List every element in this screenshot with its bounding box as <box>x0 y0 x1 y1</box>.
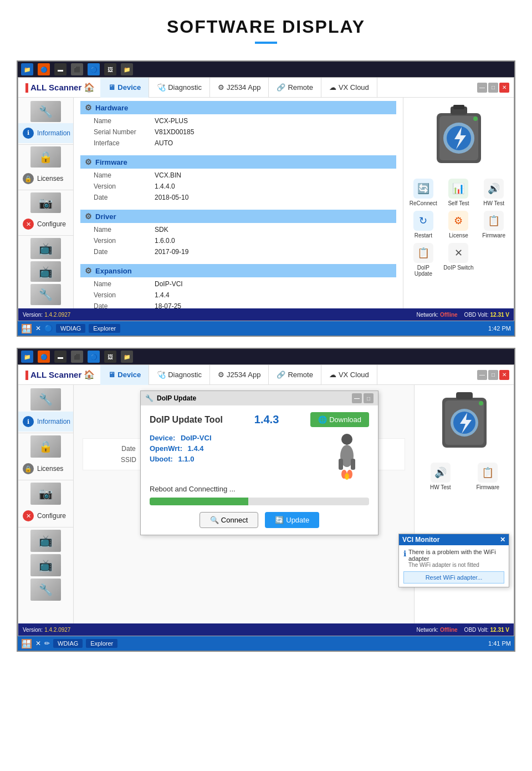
action-hwtest[interactable]: 🔊 HW Test <box>478 179 509 206</box>
taskbar-time-2: 1:41 PM <box>488 640 511 647</box>
vci-close-icon[interactable]: ✕ <box>500 536 505 544</box>
drv-name-row: Name SDK <box>80 224 396 235</box>
firmware-action-icon: 📋 <box>484 211 504 231</box>
action-license[interactable]: ⚙ License <box>443 211 474 239</box>
popup-titlebar: 🔧 DoIP Update — □ <box>141 391 378 405</box>
sidebar-1: 🔧 ℹ Information 🔒 🔒 Licenses 📷 ✕ Configu… <box>18 98 74 308</box>
vci-reset-button[interactable]: Reset WiFi adapter... <box>403 571 504 584</box>
nav-tab-remote-2[interactable]: 🔗 Remote <box>269 365 321 385</box>
sidebar-item-configure[interactable]: ✕ Configure <box>18 214 73 234</box>
nav-tab-j2534-2[interactable]: ⚙ J2534 App <box>210 365 269 385</box>
taskbar-icon-2[interactable]: 🔵 <box>38 63 50 75</box>
expansion-header: ⚙ Expansion <box>80 264 396 277</box>
sidebar-divider-1 <box>18 144 73 145</box>
screenshot-1: 📁 🔵 ▬ ⬛ 🔵 🖼 📁 ▐ ALLScanner 🏠 🖥 Device 🩺 <box>17 60 515 337</box>
lock-icon: 🔒 <box>23 173 34 184</box>
sidebar-divider-3 <box>18 235 73 236</box>
remote-icon-2: 🔗 <box>277 371 285 379</box>
popup-min-btn[interactable]: — <box>352 393 362 403</box>
nav-tab-diagnostic[interactable]: 🩺 Diagnostic <box>149 78 210 98</box>
nav-tab-vxcloud[interactable]: ☁ VX Cloud <box>321 78 377 98</box>
right-panel-2: 🔊 HW Test 📋 Firmware <box>414 385 514 623</box>
taskbar-icon-s2-7[interactable]: 📁 <box>121 351 133 363</box>
nav-tab-j2534[interactable]: ⚙ J2534 App <box>210 78 269 98</box>
update-icon: 🔄 <box>275 516 284 524</box>
sidebar-item-configure-2[interactable]: ✕ Configure <box>18 506 73 526</box>
taskbar-app-explorer-2[interactable]: Explorer <box>86 639 117 648</box>
win-maximize-btn-2[interactable]: □ <box>488 370 498 380</box>
popup-buttons: 🔍 Connect 🔄 Update <box>150 512 369 528</box>
action-selftest[interactable]: 📊 Self Test <box>443 179 474 206</box>
sidebar-thumb-s2-5: 📺 <box>30 554 61 576</box>
popup-max-btn[interactable]: □ <box>364 393 374 403</box>
diagnostic-icon-2: 🩺 <box>157 371 166 379</box>
update-button[interactable]: 🔄 Update <box>265 512 319 528</box>
nav-tab-diagnostic-2[interactable]: 🩺 Diagnostic <box>149 365 210 385</box>
info-icon: ℹ <box>23 128 34 139</box>
taskbar-icon-s2-2[interactable]: 🔵 <box>38 351 50 363</box>
taskbar-icon-3[interactable]: ▬ <box>54 63 66 75</box>
win-controls-1: — □ ✕ <box>477 83 509 93</box>
win-close-btn[interactable]: ✕ <box>499 83 509 93</box>
taskbar-icon-s2-1[interactable]: 📁 <box>21 351 33 363</box>
svg-rect-18 <box>351 459 355 470</box>
sidebar-divider-s2-1 <box>18 433 73 433</box>
sidebar-item-licenses[interactable]: 🔒 Licenses <box>18 169 73 189</box>
action-hwtest-2[interactable]: 🔊 HW Test <box>419 463 462 490</box>
download-button[interactable]: 🌐 Download <box>310 412 369 427</box>
action-doip-update[interactable]: 📋 DoIP Update <box>408 243 439 277</box>
win-close-btn-2[interactable]: ✕ <box>499 370 509 380</box>
nav-tab-remote[interactable]: 🔗 Remote <box>269 78 321 98</box>
sidebar-item-info-2[interactable]: ℹ Information <box>18 412 73 432</box>
taskbar-icon-6[interactable]: 🖼 <box>104 63 116 75</box>
nav-tab-vxcloud-2[interactable]: ☁ VX Cloud <box>321 365 377 385</box>
popup-content: DoIP Update Tool 1.4.3 🌐 Download Device… <box>141 405 378 535</box>
taskbar-icon-4[interactable]: ⬛ <box>71 63 83 75</box>
page-title-section: SOFTWARE DISPLAY <box>0 0 532 49</box>
driver-section: ⚙ Driver Name SDK Version 1.6.0.0 Date 2… <box>74 206 403 261</box>
main-area-1: 🔧 ℹ Information 🔒 🔒 Licenses 📷 ✕ Configu… <box>18 98 514 308</box>
action-restart[interactable]: ↻ Restart <box>408 211 439 239</box>
action-doip-switch[interactable]: ✕ DoIP Switch <box>443 243 474 277</box>
app-logo: ▐ ALLScanner 🏠 <box>23 82 95 93</box>
network-status-2: Network: Offline <box>416 627 457 633</box>
taskbar-icon-s2-3[interactable]: ▬ <box>54 351 66 363</box>
taskbar-app-wdiag-2[interactable]: WDIAG <box>53 639 83 648</box>
firmware-gear-icon: ⚙ <box>85 158 92 166</box>
taskbar-icon-1[interactable]: 📁 <box>21 63 33 75</box>
hw-serial-row: Serial Number V81XD00185 <box>80 126 396 138</box>
taskbar-icon-s2-5[interactable]: 🔵 <box>88 351 100 363</box>
taskbar-app-wdiag[interactable]: WDIAG <box>56 324 85 333</box>
win-minimize-btn[interactable]: — <box>477 83 487 93</box>
action-firmware[interactable]: 📋 Firmware <box>478 211 509 239</box>
remote-icon: 🔗 <box>277 83 285 92</box>
app-logo-2: ▐ ALLScanner 🏠 <box>23 369 95 380</box>
main-area-2: 🔧 ℹ Information 🔒 🔒 Licenses 📷 ✕ Configu… <box>18 385 514 623</box>
taskbar-icon-s2-6[interactable]: 🖼 <box>104 351 116 363</box>
lock-icon-2: 🔒 <box>23 463 34 474</box>
svg-point-15 <box>341 434 352 445</box>
taskbar-top-1: 📁 🔵 ▬ ⬛ 🔵 🖼 📁 <box>18 62 514 77</box>
device-info-panel: Device: DoIP-VCI OpenWrt: 1.4.4 Uboot: 1… <box>150 434 314 465</box>
action-firmware-2[interactable]: 📋 Firmware <box>467 463 510 490</box>
win-minimize-btn-2[interactable]: — <box>477 370 487 380</box>
nav-tab-device[interactable]: 🖥 Device <box>100 78 149 98</box>
sidebar-thumb-2: 🔒 <box>30 146 61 168</box>
sidebar-item-licenses-2[interactable]: 🔒 Licenses <box>18 459 73 479</box>
app-window-2: ▐ ALLScanner 🏠 🖥 Device 🩺 Diagnostic ⚙ J… <box>18 364 514 636</box>
svg-rect-13 <box>456 392 473 399</box>
firmware-header: ⚙ Firmware <box>80 155 396 169</box>
uboot-label-row: Uboot: 1.1.0 <box>150 455 314 463</box>
taskbar-icon-5[interactable]: 🔵 <box>88 63 100 75</box>
sidebar-item-information[interactable]: ℹ Information <box>18 123 73 143</box>
taskbar-app-explorer[interactable]: Explorer <box>89 324 120 333</box>
taskbar-icon-7[interactable]: 📁 <box>121 63 133 75</box>
connect-button[interactable]: 🔍 Connect <box>200 512 258 528</box>
rocket-image <box>325 434 369 478</box>
taskbar-icon-s2-4[interactable]: ⬛ <box>71 351 83 363</box>
nav-tab-device-2[interactable]: 🖥 Device <box>100 365 149 385</box>
win-maximize-btn[interactable]: □ <box>488 83 498 93</box>
vxcloud-icon: ☁ <box>329 83 336 92</box>
sidebar-thumb-s2-6: 🔧 <box>30 579 61 601</box>
action-reconnect[interactable]: 🔄 ReConnect <box>408 179 439 206</box>
